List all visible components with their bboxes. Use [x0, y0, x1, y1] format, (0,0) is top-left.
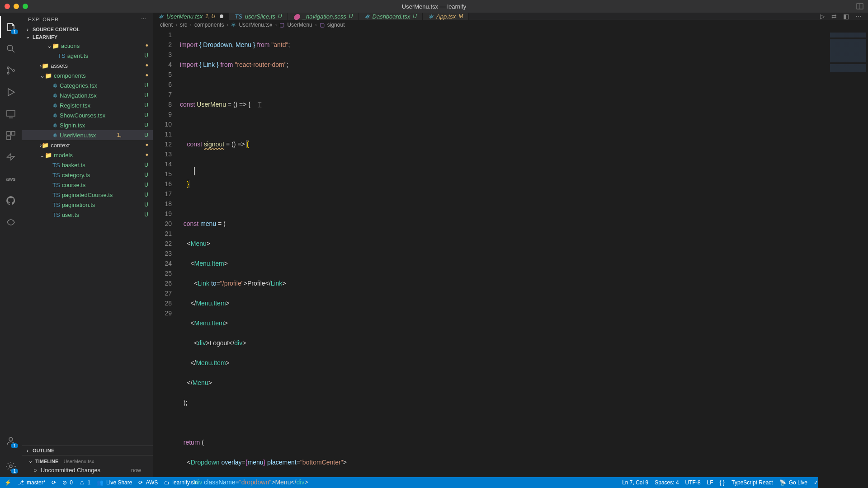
svg-point-2 — [7, 45, 13, 51]
folder-components[interactable]: ⌄📁components• — [22, 70, 153, 80]
file-categories[interactable]: ⚛Categories.tsxU — [22, 80, 153, 90]
github-icon[interactable] — [0, 190, 22, 211]
window-title: UserMenu.tsx — learnify — [402, 3, 466, 10]
tab-navigation-scss[interactable]: ⬤_navigation.scssU — [288, 13, 359, 20]
code-content[interactable]: import { Dropdown, Menu } from "antd"; i… — [180, 30, 818, 488]
tab-app[interactable]: ⚛App.tsxM — [423, 13, 469, 20]
settings-badge: 1 — [11, 469, 18, 474]
tab-userslice[interactable]: TSuserSlice.tsU — [229, 13, 288, 20]
code-editor[interactable]: 1234567891011121314151617181920212223242… — [153, 30, 868, 488]
file-showcourses[interactable]: ⚛ShowCourses.tsxU — [22, 110, 153, 120]
file-tree: ⌄📁actions• TSagent.tsU ›📁assets• ⌄📁compo… — [22, 41, 153, 446]
timeline-section[interactable]: ⌄TIMELINE UserMenu.tsx — [24, 457, 150, 465]
project-section[interactable]: ⌄LEARNIFY — [22, 33, 153, 41]
file-pagination[interactable]: TSpagination.tsU — [22, 200, 153, 210]
debug-icon[interactable] — [0, 81, 22, 103]
folder-models[interactable]: ⌄📁models• — [22, 150, 153, 160]
accounts-badge: 1 — [11, 443, 18, 448]
svg-point-5 — [7, 72, 9, 74]
live-share-icon[interactable] — [0, 211, 22, 233]
sync-button[interactable]: ⟳ — [52, 479, 56, 486]
file-agent[interactable]: TSagent.tsU — [22, 51, 153, 61]
remote-button[interactable]: ⚡ — [5, 479, 11, 486]
folder-actions[interactable]: ⌄📁actions• — [22, 41, 153, 51]
svg-point-13 — [9, 437, 13, 441]
commit-icon: ○ — [33, 467, 37, 474]
live-share-button[interactable]: 👥Live Share — [97, 479, 132, 486]
file-paginatedcourse[interactable]: TSpaginatedCourse.tsU — [22, 190, 153, 200]
editor-tabs: ⚛UserMenu.tsx 1, U TSuserSlice.tsU ⬤_nav… — [153, 13, 868, 20]
svg-marker-7 — [8, 89, 14, 96]
more-icon[interactable]: ⋯ — [855, 13, 862, 20]
minimize-window-icon[interactable] — [14, 4, 19, 9]
svg-point-14 — [9, 465, 12, 468]
svg-line-3 — [12, 50, 14, 52]
activity-bar: 1 aws 1 1 — [0, 13, 22, 477]
svg-rect-12 — [7, 136, 10, 140]
svg-rect-10 — [7, 131, 10, 135]
thunder-client-icon[interactable] — [0, 146, 22, 168]
tab-usermenu[interactable]: ⚛UserMenu.tsx 1, U — [153, 13, 229, 20]
file-register[interactable]: ⚛Register.tsxU — [22, 100, 153, 110]
tab-dashboard[interactable]: ⚛Dashboard.tsxU — [359, 13, 423, 20]
timeline-entry[interactable]: ○ Uncommitted Changes now — [24, 465, 150, 475]
maximize-window-icon[interactable] — [23, 4, 28, 9]
accounts-icon[interactable]: 1 — [0, 430, 22, 452]
breadcrumb[interactable]: client› src› components› ⚛UserMenu.tsx› … — [153, 20, 868, 30]
folder-assets[interactable]: ›📁assets• — [22, 61, 153, 70]
close-window-icon[interactable] — [5, 4, 10, 9]
split-icon[interactable]: ◧ — [843, 13, 849, 20]
minimap[interactable] — [818, 30, 868, 488]
file-basket[interactable]: TSbasket.tsU — [22, 160, 153, 170]
aws-icon[interactable]: aws — [0, 168, 22, 190]
file-navigation[interactable]: ⚛Navigation.tsxU — [22, 90, 153, 100]
explorer-badge: 1 — [11, 29, 18, 34]
file-user[interactable]: TSuser.tsU — [22, 210, 153, 220]
branch-button[interactable]: ⎇master* — [18, 479, 45, 486]
file-category[interactable]: TScategory.tsU — [22, 170, 153, 180]
window-controls — [5, 4, 28, 9]
problems-button[interactable]: ⊘0 ⚠1 — [62, 479, 90, 486]
sidebar-title: EXPLORER ⋯ — [22, 13, 153, 26]
search-icon[interactable] — [0, 38, 22, 60]
file-usermenu[interactable]: ⚛UserMenu.tsx1,U — [22, 130, 153, 140]
line-gutter: 1234567891011121314151617181920212223242… — [153, 30, 180, 488]
outline-section[interactable]: ›OUTLINE — [22, 446, 153, 455]
explorer-icon[interactable]: 1 — [0, 16, 22, 38]
file-course[interactable]: TScourse.tsU — [22, 180, 153, 190]
titlebar: UserMenu.tsx — learnify — [0, 0, 868, 13]
sidebar: EXPLORER ⋯ ›SOURCE CONTROL ⌄LEARNIFY ⌄📁a… — [22, 13, 153, 477]
settings-icon[interactable]: 1 — [0, 455, 22, 477]
more-icon[interactable]: ⋯ — [141, 16, 146, 22]
diff-icon[interactable]: ⇄ — [831, 13, 837, 20]
source-control-icon[interactable] — [0, 60, 22, 81]
file-signin[interactable]: ⚛Signin.tsxU — [22, 120, 153, 130]
modified-dot-icon — [220, 14, 223, 18]
svg-point-6 — [13, 70, 14, 71]
run-icon[interactable]: ▷ — [820, 13, 825, 20]
source-control-section[interactable]: ›SOURCE CONTROL — [22, 26, 153, 33]
folder-context[interactable]: ›📁context• — [22, 140, 153, 150]
remote-icon[interactable] — [0, 103, 22, 125]
layout-toggle-icon[interactable] — [856, 3, 863, 10]
extensions-icon[interactable] — [0, 125, 22, 146]
svg-point-4 — [7, 67, 9, 69]
svg-rect-8 — [7, 111, 15, 116]
svg-rect-11 — [11, 131, 15, 135]
